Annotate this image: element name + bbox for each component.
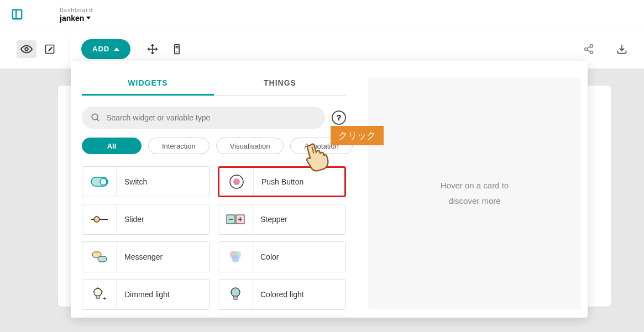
widget-messenger[interactable]: Messenger — [82, 241, 210, 272]
divider — [70, 38, 70, 60]
svg-point-40 — [231, 288, 240, 297]
search-icon — [91, 113, 101, 123]
dashboard-title[interactable]: janken — [60, 14, 93, 23]
widget-partial-2[interactable] — [218, 317, 346, 318]
widget-push-button[interactable]: Push Button — [218, 166, 346, 197]
switch-icon — [82, 167, 117, 197]
view-toggle — [17, 40, 60, 58]
topbar: Dashboard janken — [0, 0, 644, 29]
svg-rect-0 — [13, 10, 22, 19]
tab-things[interactable]: THINGS — [214, 72, 346, 96]
edit-icon — [44, 44, 55, 55]
panel-toggle-icon[interactable] — [11, 8, 23, 20]
dimmed-light-icon: + — [82, 280, 117, 309]
svg-point-19 — [100, 178, 107, 185]
slider-icon — [82, 204, 117, 234]
caret-down-icon — [86, 17, 91, 19]
search-input[interactable] — [106, 113, 316, 122]
svg-point-12 — [590, 51, 593, 54]
svg-point-33 — [232, 255, 239, 262]
title-group: Dashboard janken — [60, 7, 93, 23]
svg-rect-41 — [234, 296, 237, 299]
add-button-label: ADD — [92, 45, 109, 53]
move-icon[interactable] — [147, 44, 158, 55]
partial-icon — [82, 317, 117, 318]
breadcrumb: Dashboard — [60, 7, 93, 14]
widget-label: Switch — [117, 177, 147, 186]
search-box[interactable] — [82, 107, 325, 129]
messenger-icon — [82, 242, 117, 272]
widget-switch[interactable]: Switch — [82, 166, 210, 197]
svg-line-17 — [97, 119, 99, 121]
push-button-icon — [219, 168, 254, 196]
eye-icon — [20, 43, 33, 55]
info-card: Hover on a card to discover more — [368, 77, 581, 309]
svg-point-2 — [25, 48, 28, 51]
svg-point-10 — [590, 44, 593, 47]
widget-slider[interactable]: Slider — [82, 204, 210, 235]
widget-colored-light[interactable]: Colored light — [218, 279, 346, 310]
right-icons — [583, 44, 627, 55]
widget-partial[interactable] — [82, 317, 210, 318]
partial-icon-2 — [218, 317, 253, 318]
svg-rect-6 — [175, 44, 179, 54]
svg-text:+: + — [103, 295, 106, 302]
widget-grid: Switch Push Button Slider — [82, 166, 346, 318]
tabs: WIDGETS THINGS — [82, 72, 346, 96]
edit-button[interactable] — [40, 40, 60, 58]
widget-label: Dimmed light — [117, 290, 170, 299]
chip-all[interactable]: All — [82, 138, 142, 154]
svg-rect-35 — [96, 296, 100, 298]
tab-widgets[interactable]: WIDGETS — [82, 72, 214, 96]
widget-label: Messenger — [117, 252, 163, 261]
widget-label: Slider — [117, 215, 144, 224]
svg-rect-30 — [98, 256, 107, 262]
color-icon — [218, 242, 253, 272]
share-icon[interactable] — [583, 44, 594, 55]
chip-visualisation[interactable]: Visualisation — [216, 138, 284, 154]
device-icon[interactable] — [171, 44, 182, 55]
svg-line-14 — [587, 50, 590, 51]
widget-label: Color — [253, 252, 279, 261]
widget-label: Push Button — [254, 177, 303, 186]
widget-label: Stepper — [253, 215, 287, 224]
panel-left: WIDGETS THINGS ? All Interaction Visuali… — [82, 72, 346, 318]
chevron-up-icon — [114, 48, 119, 51]
svg-point-11 — [585, 48, 588, 50]
search-row: ? — [82, 107, 346, 129]
tool-icons — [147, 44, 182, 55]
widget-color[interactable]: Color — [218, 241, 346, 272]
dashboard-name-text: janken — [60, 14, 84, 23]
click-annotation: クリック — [331, 126, 384, 145]
svg-point-34 — [94, 288, 102, 296]
widget-label: Colored light — [253, 290, 304, 299]
panel-right: Hover on a card to discover more — [368, 72, 581, 318]
colored-light-icon — [218, 280, 253, 309]
widget-stepper[interactable]: Stepper — [218, 204, 346, 235]
download-icon[interactable] — [616, 44, 627, 55]
svg-line-13 — [587, 46, 590, 48]
help-button[interactable]: ? — [332, 110, 346, 125]
add-button[interactable]: ADD — [81, 39, 130, 59]
preview-button[interactable] — [17, 40, 36, 58]
widget-dimmed-light[interactable]: + Dimmed light — [82, 279, 210, 310]
svg-point-23 — [94, 217, 100, 222]
add-dropdown-panel: WIDGETS THINGS ? All Interaction Visuali… — [71, 61, 588, 318]
stepper-icon — [218, 204, 253, 234]
svg-point-16 — [92, 114, 98, 120]
svg-point-21 — [233, 178, 240, 185]
chip-interaction[interactable]: Interaction — [148, 138, 210, 154]
info-text: Hover on a card to discover more — [441, 178, 509, 209]
